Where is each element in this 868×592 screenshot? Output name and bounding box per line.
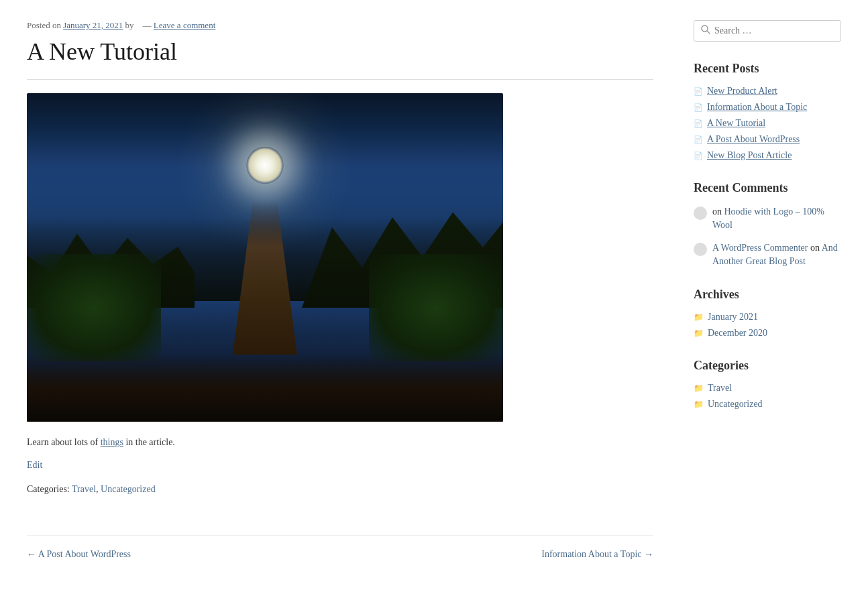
list-item: New Product Alert bbox=[694, 86, 841, 97]
recent-post-link-1[interactable]: New Product Alert bbox=[707, 86, 777, 97]
nav-prev: ← A Post About WordPress bbox=[27, 549, 131, 560]
category-item-1: 📁 Travel bbox=[694, 383, 841, 394]
archive-link-1[interactable]: January 2021 bbox=[708, 312, 758, 322]
recent-comments-title: Recent Comments bbox=[694, 181, 841, 195]
comment-avatar-2 bbox=[694, 243, 707, 256]
categories-title: Categories bbox=[694, 359, 841, 373]
edit-post-link[interactable]: Edit bbox=[27, 460, 42, 470]
post-categories: Categories: Travel, Uncategorized bbox=[27, 484, 653, 515]
sidebar-category-link-1[interactable]: Travel bbox=[708, 383, 732, 394]
category-item-2: 📁 Uncategorized bbox=[694, 399, 841, 410]
list-item: A New Tutorial bbox=[694, 118, 841, 129]
posted-on-label: Posted on bbox=[27, 20, 61, 30]
dock-decoration bbox=[225, 200, 305, 355]
comment-post-link-1[interactable]: Hoodie with Logo – 100% Wool bbox=[712, 206, 824, 230]
list-item: Information About a Topic bbox=[694, 102, 841, 113]
vegetation-left bbox=[27, 254, 161, 361]
post-divider bbox=[27, 79, 653, 80]
categories-label: Categories: bbox=[27, 484, 70, 494]
categories-section: Categories 📁 Travel 📁 Uncategorized bbox=[694, 359, 841, 410]
search-icon bbox=[701, 25, 710, 37]
category-uncategorized-link[interactable]: Uncategorized bbox=[101, 484, 156, 494]
comment-text-1: on Hoodie with Logo – 100% Wool bbox=[712, 205, 841, 231]
post-meta: Posted on January 21, 2021 by — Leave a … bbox=[27, 20, 653, 31]
sidebar: Recent Posts New Product Alert Informati… bbox=[694, 13, 841, 560]
archives-title: Archives bbox=[694, 288, 841, 302]
category-travel-link[interactable]: Travel bbox=[72, 484, 96, 494]
sidebar-category-link-2[interactable]: Uncategorized bbox=[708, 399, 763, 410]
page-wrapper: Posted on January 21, 2021 by — Leave a … bbox=[0, 0, 868, 573]
archives-section: Archives 📁 January 2021 📁 December 2020 bbox=[694, 288, 841, 339]
folder-icon-cat-1: 📁 bbox=[694, 383, 704, 394]
archive-item-2: 📁 December 2020 bbox=[694, 328, 841, 339]
recent-post-link-5[interactable]: New Blog Post Article bbox=[707, 150, 792, 161]
comment-on-2: on bbox=[810, 243, 822, 253]
folder-icon-1: 📁 bbox=[694, 312, 704, 322]
post-excerpt: Learn about lots of things in the articl… bbox=[27, 435, 653, 450]
folder-icon-cat-2: 📁 bbox=[694, 400, 704, 410]
svg-line-1 bbox=[707, 31, 710, 34]
archive-item-1: 📁 January 2021 bbox=[694, 312, 841, 322]
comment-item-1: on Hoodie with Logo – 100% Wool bbox=[694, 205, 841, 231]
recent-comments-section: Recent Comments on Hoodie with Logo – 10… bbox=[694, 181, 841, 268]
recent-post-link-2[interactable]: Information About a Topic bbox=[707, 102, 807, 113]
next-post-link[interactable]: Information About a Topic → bbox=[541, 549, 653, 559]
archive-link-2[interactable]: December 2020 bbox=[708, 328, 767, 339]
list-item: A Post About WordPress bbox=[694, 134, 841, 145]
comment-avatar-1 bbox=[694, 206, 707, 220]
recent-posts-section: Recent Posts New Product Alert Informati… bbox=[694, 62, 841, 161]
comment-author-link-2[interactable]: A WordPress Commenter bbox=[712, 243, 808, 253]
separator: — bbox=[143, 20, 152, 30]
search-input[interactable] bbox=[714, 25, 834, 36]
recent-post-link-4[interactable]: A Post About WordPress bbox=[707, 134, 800, 145]
main-content: Posted on January 21, 2021 by — Leave a … bbox=[27, 13, 653, 560]
post-featured-image bbox=[27, 93, 503, 422]
ground-bottom bbox=[27, 355, 503, 422]
post-date-link[interactable]: January 21, 2021 bbox=[63, 20, 123, 30]
search-box[interactable] bbox=[694, 20, 841, 42]
folder-icon-2: 📁 bbox=[694, 329, 704, 339]
leave-comment-link[interactable]: Leave a comment bbox=[154, 20, 215, 30]
by-label: by bbox=[125, 20, 134, 30]
nav-next: Information About a Topic → bbox=[541, 549, 653, 560]
recent-posts-list: New Product Alert Information About a To… bbox=[694, 86, 841, 161]
vegetation-right bbox=[369, 254, 503, 361]
comment-item-2: A WordPress Commenter on And Another Gre… bbox=[694, 241, 841, 268]
comment-on-1: on bbox=[712, 206, 724, 217]
post-navigation: ← A Post About WordPress Information Abo… bbox=[27, 535, 653, 560]
prev-post-link[interactable]: ← A Post About WordPress bbox=[27, 549, 131, 559]
post-title: A New Tutorial bbox=[27, 38, 653, 66]
recent-post-link-3[interactable]: A New Tutorial bbox=[707, 118, 765, 129]
edit-link-container: Edit bbox=[27, 460, 653, 471]
excerpt-things-link[interactable]: things bbox=[101, 437, 123, 447]
list-item: New Blog Post Article bbox=[694, 150, 841, 161]
recent-posts-title: Recent Posts bbox=[694, 62, 841, 76]
comment-text-2: A WordPress Commenter on And Another Gre… bbox=[712, 241, 841, 268]
